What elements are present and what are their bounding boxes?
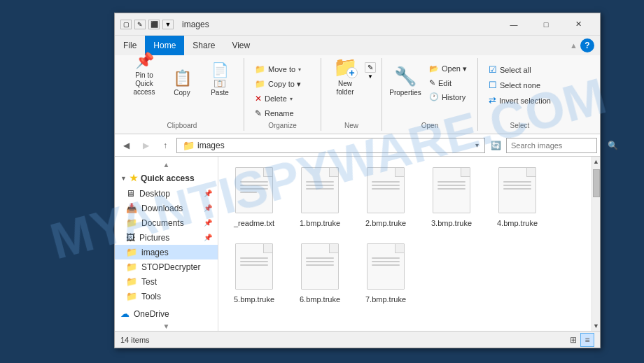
- file-grid: _readme.txt 1.bmp.truke: [224, 162, 586, 310]
- search-icon: 🔍: [608, 141, 618, 150]
- sidebar-item-test[interactable]: 📁 Test: [115, 274, 218, 289]
- help-button[interactable]: ?: [580, 38, 594, 52]
- new-folder-button[interactable]: 📁 + Newfolder: [327, 59, 363, 99]
- scroll-down-arrow[interactable]: ▼: [592, 321, 600, 331]
- pictures-pin-icon: 📌: [204, 234, 212, 241]
- open-button[interactable]: 📂 Open ▾: [424, 62, 472, 76]
- tb-icon-1: ▢: [120, 20, 132, 29]
- menu-view[interactable]: View: [223, 36, 258, 55]
- file-icon-5: [233, 243, 275, 292]
- up-button[interactable]: ↑: [157, 137, 174, 154]
- documents-label: Documents: [141, 218, 184, 228]
- view-toggle: ⊞ ≡: [566, 333, 594, 347]
- file-item-2[interactable]: 2.bmp.truke: [356, 162, 416, 233]
- new-item-dropdown[interactable]: ✎ ▼: [365, 62, 376, 82]
- stopdecrypter-label: STOPDecrypter: [141, 262, 200, 272]
- view-list-button[interactable]: ≡: [580, 333, 594, 347]
- sidebar-item-tools[interactable]: 📁 Tools: [115, 289, 218, 304]
- menu-share[interactable]: Share: [184, 36, 223, 55]
- address-dropdown-arrow[interactable]: ▾: [475, 141, 479, 149]
- select-none-button[interactable]: ☐ Select none: [484, 78, 556, 92]
- window-title: images: [179, 20, 498, 29]
- edit-small-button[interactable]: ✎ Edit: [424, 76, 472, 90]
- desktop-pin-icon: 📌: [204, 190, 212, 197]
- address-path: images: [197, 141, 225, 150]
- file-area[interactable]: _readme.txt 1.bmp.truke: [218, 157, 592, 331]
- menu-bar: File Home Share View ▲ ?: [115, 36, 600, 55]
- stopdecrypter-icon: 📁: [126, 262, 137, 272]
- back-button[interactable]: ◀: [118, 137, 134, 154]
- open-label: Open: [388, 120, 472, 129]
- sidebar-item-onedrive[interactable]: ☁ OneDrive: [115, 306, 218, 321]
- file-icon-readme: [233, 167, 275, 216]
- properties-button[interactable]: 🔧 Properties: [388, 59, 423, 99]
- file-name-1: 1.bmp.truke: [300, 218, 340, 228]
- title-bar-icons: ▢ ✎ ⬛ ▼: [120, 20, 174, 29]
- ribbon-group-new: 📁 + Newfolder ✎ ▼ New: [321, 58, 382, 131]
- documents-pin-icon: 📌: [204, 219, 212, 227]
- ribbon-group-organize: 📁 Move to ▾ 📁 Copy to ▾ ✕ Delete ▾ ✎ Ren…: [244, 58, 321, 131]
- explorer-window: ▢ ✎ ⬛ ▼ images — □ ✕ File Home Share Vie…: [114, 13, 601, 348]
- status-bar: 14 items ⊞ ≡: [115, 331, 600, 348]
- quick-access-arrow: ▼: [120, 175, 127, 182]
- file-name-5: 5.bmp.truke: [234, 294, 274, 304]
- sidebar-item-desktop[interactable]: 🖥 Desktop 📌: [115, 186, 218, 201]
- file-icon-2: [365, 167, 407, 216]
- sidebar-item-documents[interactable]: 📁 Documents 📌: [115, 215, 218, 230]
- search-input[interactable]: [511, 141, 608, 150]
- ribbon-clipboard-buttons: 📌 Pin to Quickaccess 📋 Copy 📄 📋 Paste: [126, 59, 238, 120]
- address-bar: ◀ ▶ ↑ 📁 images ▾ 🔄 🔍: [115, 134, 600, 157]
- downloads-label: Downloads: [141, 204, 183, 213]
- select-all-button[interactable]: ☑ Select all: [484, 62, 556, 77]
- sidebar-item-downloads[interactable]: 📥 Downloads 📌: [115, 201, 218, 215]
- file-item-7[interactable]: 7.bmp.truke: [356, 239, 416, 309]
- maximize-button[interactable]: □: [530, 13, 562, 36]
- images-folder-icon: 📁: [126, 247, 137, 257]
- sidebar-item-images[interactable]: 📁 images: [115, 245, 218, 259]
- file-item-3[interactable]: 3.bmp.truke: [421, 162, 482, 233]
- view-tiles-button[interactable]: ⊞: [566, 333, 580, 347]
- test-label: Test: [141, 277, 157, 287]
- sidebar-scroll-down[interactable]: ▼: [115, 321, 218, 331]
- downloads-icon: 📥: [126, 203, 137, 213]
- file-icon-7: [365, 243, 407, 292]
- select-label: Select: [484, 120, 556, 129]
- scroll-thumb[interactable]: [593, 169, 600, 197]
- history-button[interactable]: 🕐 History: [424, 90, 472, 104]
- ribbon-collapse-arrow[interactable]: ▲: [570, 41, 578, 50]
- delete-button[interactable]: ✕ Delete ▾: [250, 92, 306, 106]
- refresh-button[interactable]: 🔄: [488, 138, 503, 153]
- downloads-pin-icon: 📌: [204, 204, 212, 212]
- file-item-5[interactable]: 5.bmp.truke: [224, 239, 284, 309]
- file-icon-6: [299, 243, 341, 292]
- rename-button[interactable]: ✎ Rename: [250, 106, 306, 120]
- close-button[interactable]: ✕: [562, 13, 594, 36]
- file-item-4[interactable]: 4.bmp.truke: [487, 162, 547, 233]
- sidebar-section-quick-access[interactable]: ▼ ★ Quick access: [115, 170, 218, 186]
- file-item-readme[interactable]: _readme.txt: [224, 162, 284, 233]
- address-field[interactable]: 📁 images ▾: [176, 138, 485, 153]
- vertical-scrollbar[interactable]: ▲ ▼: [592, 157, 600, 331]
- scroll-up-arrow[interactable]: ▲: [592, 157, 600, 166]
- file-name-4: 4.bmp.truke: [497, 218, 538, 228]
- invert-selection-button[interactable]: ⇄ Invert selection: [484, 93, 556, 108]
- file-item-6[interactable]: 6.bmp.truke: [290, 239, 350, 309]
- pictures-label: Pictures: [139, 233, 169, 243]
- paste-button[interactable]: 📄 📋 Paste: [202, 59, 238, 99]
- sidebar-item-stopdecrypter[interactable]: 📁 STOPDecrypter: [115, 259, 218, 274]
- new-label: New: [327, 120, 376, 129]
- sidebar-scroll-up[interactable]: ▲: [115, 159, 218, 170]
- ribbon-group-open: 🔧 Properties 📂 Open ▾ ✎ Edit 🕐 History: [382, 58, 478, 131]
- minimize-button[interactable]: —: [498, 13, 530, 36]
- move-to-button[interactable]: 📁 Move to ▾: [250, 62, 306, 76]
- file-item-1[interactable]: 1.bmp.truke: [290, 162, 350, 233]
- copy-to-button[interactable]: 📁 Copy to ▾: [250, 77, 306, 91]
- sidebar: ▲ ▼ ★ Quick access 🖥 Desktop 📌 📥 Downloa…: [115, 157, 218, 331]
- copy-button[interactable]: 📋 Copy: [164, 59, 200, 99]
- pin-to-quick-button[interactable]: 📌 Pin to Quickaccess: [126, 59, 162, 99]
- tb-dropdown[interactable]: ▼: [162, 20, 174, 29]
- sidebar-item-pictures[interactable]: 🖼 Pictures 📌: [115, 230, 218, 245]
- onedrive-icon: ☁: [120, 308, 130, 319]
- status-item-count: 14 items: [120, 336, 566, 344]
- forward-button[interactable]: ▶: [137, 137, 154, 154]
